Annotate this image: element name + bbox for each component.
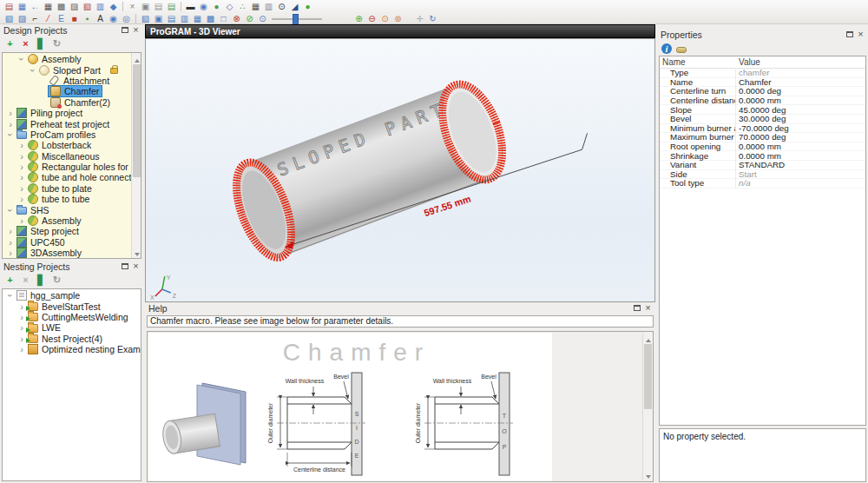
tree-item[interactable]: › Step project — [3, 226, 131, 236]
save-all-icon[interactable]: ▩ — [56, 1, 67, 12]
separator[interactable] — [122, 2, 123, 11]
expander-icon[interactable]: › — [17, 184, 26, 193]
view-iso-icon[interactable]: ▧ — [140, 13, 151, 24]
tree-item[interactable]: › hgg_sample — [3, 290, 141, 301]
world-icon[interactable]: ◉ — [108, 13, 119, 24]
expander-icon[interactable]: › — [6, 120, 15, 129]
tree-item[interactable]: › Nest Project(4) — [3, 334, 141, 344]
3d-viewport[interactable]: SLOPED PART 597.55 mm Y X Z — [145, 38, 655, 302]
categorized-icon[interactable] — [676, 47, 687, 53]
close-panel-button[interactable]: × — [130, 25, 141, 36]
refresh-icon[interactable]: ↻ — [51, 275, 62, 286]
view-top-icon[interactable]: ▤ — [166, 13, 177, 24]
tree-item[interactable]: › Sloped Part — [3, 64, 131, 75]
report-icon[interactable]: ▥ — [95, 1, 106, 12]
open-project-icon[interactable]: ▦ — [16, 1, 28, 12]
expander-icon[interactable]: › — [17, 345, 26, 354]
tree-item[interactable]: › Assembly — [3, 54, 131, 64]
info-icon[interactable]: i — [661, 43, 672, 54]
axis-y-icon[interactable]: ⊘ — [244, 13, 255, 24]
tree-item[interactable]: › Rectangular holes for plates — [3, 162, 131, 172]
expander-icon[interactable]: › — [6, 227, 15, 235]
float-panel-button[interactable] — [119, 25, 130, 36]
refresh-view-icon[interactable]: ↻ — [427, 13, 438, 24]
tree-item[interactable]: › 3DAssembly — [3, 248, 131, 258]
polyline-icon[interactable]: ⌐ — [30, 13, 41, 24]
tree-item[interactable]: › tube to plate — [3, 183, 131, 194]
status-ok-icon[interactable]: ● — [302, 1, 313, 12]
paste-special-icon[interactable]: ▤ — [166, 1, 177, 12]
tree-item[interactable]: › ProCam profiles — [3, 129, 131, 140]
tree-item[interactable]: › tube and hole connection — [3, 172, 131, 182]
measure-icon[interactable]: ⁄ — [43, 13, 54, 24]
add-nesting-icon[interactable]: + — [4, 275, 16, 286]
tree-item[interactable]: Chamfer(2) — [3, 97, 131, 108]
add-project-icon[interactable]: + — [4, 38, 16, 50]
save-disk-icon[interactable]: ▦ — [250, 1, 261, 12]
close-panel-button[interactable]: × — [855, 30, 866, 40]
scroll-up-icon[interactable] — [643, 333, 653, 342]
expander-icon[interactable]: › — [6, 291, 15, 300]
separator[interactable] — [135, 14, 136, 23]
sketch-icon[interactable]: ◇ — [224, 1, 235, 12]
expander-icon[interactable]: › — [17, 323, 26, 332]
settings-icon[interactable]: ⊙ — [276, 1, 287, 12]
3d-viewport-canvas[interactable]: SLOPED PART 597.55 mm Y X Z — [146, 39, 654, 301]
report-icon[interactable]: ▋ — [36, 275, 47, 286]
tree-item[interactable]: › Lobsterback — [3, 140, 131, 150]
scroll-down-icon[interactable] — [643, 471, 653, 480]
help-scrollbar[interactable] — [642, 333, 652, 480]
tree-item[interactable]: › tube to tube — [3, 194, 131, 204]
wire-cube-2-icon[interactable]: ▨ — [16, 13, 28, 24]
close-panel-button[interactable]: × — [642, 303, 654, 314]
expander-icon[interactable]: › — [17, 195, 26, 203]
zoom-window-icon[interactable]: ⊙ — [379, 13, 391, 24]
expander-icon[interactable]: › — [17, 55, 26, 63]
expander-icon[interactable]: › — [17, 173, 26, 182]
view-front-icon[interactable]: ▣ — [153, 13, 164, 24]
zoom-fit-icon[interactable]: ⊚ — [392, 13, 404, 24]
tree-scrollbar[interactable] — [131, 53, 141, 258]
copy-icon[interactable]: ▣ — [140, 1, 151, 12]
float-panel-button[interactable] — [119, 261, 130, 272]
float-panel-button[interactable] — [844, 30, 855, 40]
view-back-icon[interactable]: ▩ — [205, 13, 216, 24]
text-label-icon[interactable]: A — [95, 13, 106, 24]
tree-item[interactable]: › Preheat test project — [3, 118, 131, 129]
refresh-icon[interactable]: ↻ — [51, 38, 62, 50]
axis-z-icon[interactable]: ⊙ — [257, 13, 268, 24]
tree-item[interactable]: › CuttingMeetsWelding — [3, 312, 141, 322]
wedge-icon[interactable]: ◢ — [289, 1, 300, 12]
delete-nesting-icon[interactable]: × — [20, 275, 31, 286]
expander-icon[interactable]: › — [29, 66, 37, 75]
probe-icon[interactable]: ▪ — [82, 13, 93, 24]
user-icon[interactable]: ● — [211, 1, 222, 12]
save-icon[interactable]: ▦ — [43, 1, 54, 12]
expander-icon[interactable]: › — [17, 334, 26, 343]
new-project-icon[interactable]: ▤ — [3, 1, 15, 12]
expander-icon[interactable]: › — [6, 206, 15, 215]
pan-icon[interactable]: ✛ — [414, 13, 425, 24]
import-icon[interactable]: ▧ — [82, 1, 93, 12]
view-bottom-icon[interactable]: □ — [218, 13, 229, 24]
expander-icon[interactable]: › — [17, 302, 26, 311]
database-icon[interactable]: ▥ — [263, 1, 274, 12]
expander-icon[interactable]: › — [6, 248, 15, 257]
tree-item[interactable]: › Miscellaneous — [3, 151, 131, 162]
save-as-icon[interactable]: ▨ — [69, 1, 80, 12]
view-3d-icon[interactable]: ◆ — [108, 1, 119, 12]
paste-icon[interactable]: ▤ — [153, 1, 164, 12]
view-right-icon[interactable]: ▦ — [192, 13, 203, 24]
expander-icon[interactable]: › — [6, 238, 15, 247]
expander-icon[interactable]: › — [17, 141, 26, 149]
expander-icon[interactable]: › — [17, 152, 26, 161]
zoom-slider[interactable] — [270, 13, 329, 24]
cut-icon[interactable]: × — [127, 1, 138, 12]
tree-item[interactable]: Attachment — [3, 76, 131, 86]
expander-icon[interactable]: › — [17, 162, 26, 171]
expander-icon[interactable]: › — [17, 216, 26, 225]
spacer[interactable] — [331, 13, 352, 24]
visibility-icon[interactable]: ◉ — [198, 1, 209, 12]
machine-icon[interactable]: ▬ — [185, 1, 196, 12]
tree-item[interactable]: Chamfer — [3, 86, 131, 96]
